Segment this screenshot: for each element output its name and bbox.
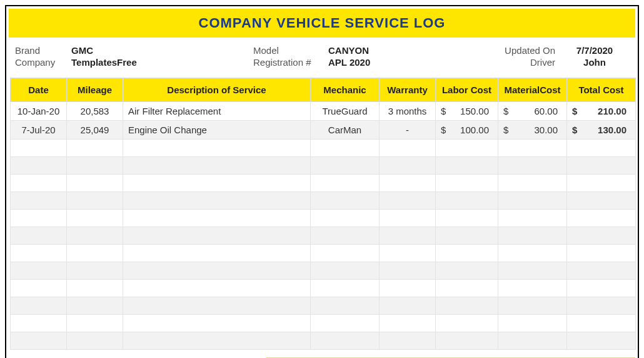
cell-empty	[567, 210, 636, 227]
cell-empty	[380, 297, 436, 315]
cell-empty	[311, 140, 380, 157]
cell-empty	[11, 140, 67, 157]
table-header-row: Date Mileage Description of Service Mech…	[11, 78, 636, 102]
cell-mechanic: CarMan	[311, 121, 380, 140]
cell-empty	[123, 210, 311, 227]
cell-empty	[67, 192, 123, 210]
cell-empty	[67, 332, 123, 350]
cell-empty	[380, 315, 436, 332]
cell-empty	[311, 280, 380, 297]
service-table: Date Mileage Description of Service Mech…	[10, 78, 636, 350]
cell-empty	[311, 175, 380, 192]
cell-empty	[311, 210, 380, 227]
cell-empty	[67, 262, 123, 280]
cell-empty	[380, 227, 436, 245]
cell-empty	[436, 192, 498, 210]
table-row	[11, 140, 636, 157]
cell-empty	[567, 175, 636, 192]
table-row	[11, 262, 636, 280]
cell-empty	[436, 280, 498, 297]
table-row	[11, 227, 636, 245]
updated-label: Updated On	[491, 45, 560, 56]
cell-empty	[123, 297, 311, 315]
cell-empty	[11, 192, 67, 210]
cell-empty	[11, 245, 67, 262]
cell-empty	[436, 245, 498, 262]
info-panel: Brand GMC Model CANYON Updated On 7/7/20…	[6, 40, 638, 71]
cell-empty	[567, 140, 636, 157]
cell-empty	[311, 192, 380, 210]
col-date: Date	[11, 78, 67, 102]
cell-material: $60.00	[498, 102, 567, 121]
cell-empty	[123, 175, 311, 192]
cell-empty	[11, 315, 67, 332]
cell-empty	[67, 297, 123, 315]
cell-empty	[567, 332, 636, 350]
col-material: MaterialCost	[498, 78, 567, 102]
cell-mileage: 25,049	[67, 121, 123, 140]
table-row	[11, 245, 636, 262]
cell-empty	[123, 192, 311, 210]
cell-desc: Air Filter Replacement	[123, 102, 311, 121]
registration-value: APL 2020	[328, 57, 410, 68]
cell-empty	[436, 332, 498, 350]
cell-empty	[67, 227, 123, 245]
cell-empty	[380, 262, 436, 280]
cell-empty	[567, 262, 636, 280]
cell-empty	[67, 157, 123, 175]
table-row: 10-Jan-2020,583Air Filter ReplacementTru…	[11, 102, 636, 121]
brand-label: Brand	[15, 45, 71, 56]
cell-labor: $100.00	[436, 121, 498, 140]
cell-empty	[436, 262, 498, 280]
cell-empty	[123, 332, 311, 350]
cell-empty	[498, 315, 567, 332]
col-total: Total Cost	[567, 78, 636, 102]
table-wrap: Date Mileage Description of Service Mech…	[6, 71, 638, 354]
col-mechanic: Mechanic	[311, 78, 380, 102]
cell-empty	[380, 332, 436, 350]
cell-warranty: -	[380, 121, 436, 140]
table-row	[11, 157, 636, 175]
cell-empty	[123, 262, 311, 280]
cell-empty	[436, 140, 498, 157]
cell-empty	[567, 227, 636, 245]
cell-empty	[498, 332, 567, 350]
cell-empty	[380, 280, 436, 297]
table-row	[11, 297, 636, 315]
cell-empty	[498, 262, 567, 280]
cell-empty	[11, 157, 67, 175]
cell-empty	[11, 332, 67, 350]
cell-empty	[498, 280, 567, 297]
cell-empty	[436, 210, 498, 227]
cell-empty	[123, 315, 311, 332]
cell-empty	[67, 140, 123, 157]
cell-empty	[498, 175, 567, 192]
cell-empty	[498, 297, 567, 315]
cell-empty	[11, 297, 67, 315]
cell-total: $210.00	[567, 102, 636, 121]
updated-value: 7/7/2020	[560, 45, 629, 56]
cell-empty	[436, 175, 498, 192]
cell-empty	[436, 227, 498, 245]
cell-empty	[380, 245, 436, 262]
page-title: COMPANY VEHICLE SERVICE LOG	[9, 9, 635, 38]
cell-empty	[436, 157, 498, 175]
company-label: Company	[15, 57, 71, 68]
cell-empty	[11, 227, 67, 245]
cell-empty	[11, 175, 67, 192]
service-log-sheet: COMPANY VEHICLE SERVICE LOG Brand GMC Mo…	[5, 5, 639, 358]
cell-empty	[67, 245, 123, 262]
cell-empty	[567, 157, 636, 175]
model-value: CANYON	[328, 45, 410, 56]
cell-empty	[498, 210, 567, 227]
table-body: 10-Jan-2020,583Air Filter ReplacementTru…	[11, 102, 636, 350]
cell-empty	[380, 157, 436, 175]
cell-empty	[498, 245, 567, 262]
cell-desc: Engine Oil Change	[123, 121, 311, 140]
cell-empty	[567, 280, 636, 297]
cell-empty	[67, 280, 123, 297]
col-desc: Description of Service	[123, 78, 311, 102]
cell-empty	[123, 245, 311, 262]
table-row	[11, 332, 636, 350]
cell-empty	[311, 227, 380, 245]
